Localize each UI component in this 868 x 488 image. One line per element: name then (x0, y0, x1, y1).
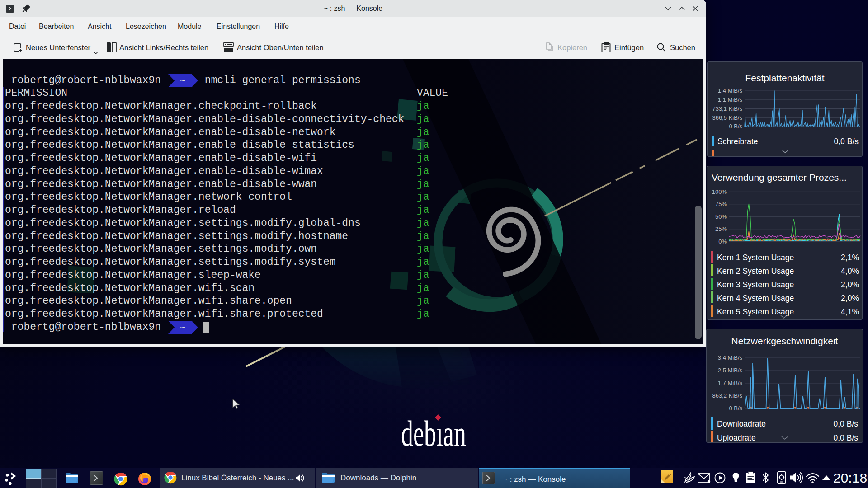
svg-text:4,1%: 4,1% (841, 307, 859, 316)
svg-text:2,0%: 2,0% (841, 280, 859, 289)
svg-text:25%: 25% (715, 225, 727, 232)
svg-text:0 B/s: 0 B/s (729, 123, 742, 130)
svg-text:733,1 KiB/s: 733,1 KiB/s (712, 105, 743, 112)
svg-text:Kern 4 System Usage: Kern 4 System Usage (717, 294, 794, 303)
svg-text:4,0%: 4,0% (841, 267, 859, 276)
svg-text:~: ~ (180, 323, 186, 333)
svg-text:2,0%: 2,0% (841, 294, 859, 303)
svg-text:~: ~ (180, 76, 186, 86)
svg-text:75%: 75% (715, 201, 727, 207)
svg-text:0.0 B/s: 0.0 B/s (834, 433, 859, 442)
svg-text:Schreibrate: Schreibrate (717, 137, 758, 146)
svg-text:100%: 100% (712, 188, 727, 195)
svg-text:50%: 50% (715, 213, 727, 220)
svg-text:Kern 3 System Usage: Kern 3 System Usage (717, 280, 794, 289)
svg-text:0%: 0% (718, 238, 727, 245)
svg-text:Downloadrate: Downloadrate (717, 419, 766, 428)
svg-text:3,4 MiB/s: 3,4 MiB/s (718, 354, 743, 361)
svg-text:debıan: debıan (401, 413, 466, 453)
svg-text:0 B/s: 0 B/s (729, 405, 742, 412)
svg-text:1,1 MiB/s: 1,1 MiB/s (718, 96, 743, 103)
svg-text:Kern 5 System Usage: Kern 5 System Usage (717, 307, 794, 316)
svg-text:863,2 KiB/s: 863,2 KiB/s (712, 392, 743, 399)
svg-text:1,4 MiB/s: 1,4 MiB/s (718, 87, 743, 94)
svg-text:Kern 2 System Usage: Kern 2 System Usage (717, 267, 794, 276)
svg-text:0,0 B/s: 0,0 B/s (834, 137, 859, 146)
svg-text:0,0 B/s: 0,0 B/s (834, 419, 859, 428)
svg-text:Kern 1 System Usage: Kern 1 System Usage (717, 253, 794, 262)
svg-text:Verwendung gesamter Prozes...: Verwendung gesamter Prozes... (712, 172, 847, 183)
svg-text:1,7 MiB/s: 1,7 MiB/s (718, 380, 743, 386)
svg-text:Uploadrate: Uploadrate (717, 433, 756, 442)
svg-text:2,1%: 2,1% (841, 253, 859, 262)
svg-text:2,5 MiB/s: 2,5 MiB/s (718, 367, 743, 374)
svg-text:366,5 KiB/s: 366,5 KiB/s (712, 114, 743, 121)
